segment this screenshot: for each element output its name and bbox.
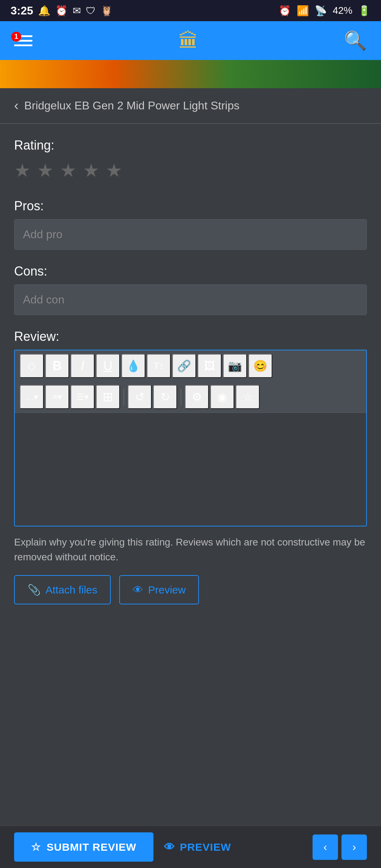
toolbar-sep-2 [181,388,181,405]
eraser-icon[interactable]: ◇ [20,354,44,378]
app-logo: 🏛 [179,29,198,52]
menu-button[interactable]: 1 [14,35,32,46]
star-5[interactable]: ★ [106,160,122,181]
table-button[interactable]: ⊞ [96,385,120,409]
notification-badge: 1 [11,32,21,42]
clock-icon: ⏰ [55,5,68,17]
status-time: 3:25 [11,4,33,17]
font-size-button[interactable]: T↕ [147,354,171,378]
review-text-area[interactable] [15,413,366,526]
footer-preview-label: PREVIEW [180,841,231,853]
link-button[interactable]: 🔗 [172,354,196,378]
source-button[interactable]: ◉ [210,385,234,409]
alarm-icon: ⏰ [279,5,291,17]
attach-label: Attach files [46,584,97,596]
review-helper-text: Explain why you're giving this rating. R… [14,526,367,575]
star-4[interactable]: ★ [83,160,99,181]
modem-icon: 🦉 [101,5,113,17]
pros-section: Pros: [14,199,367,264]
signal-icon: 📡 [315,5,327,17]
prev-page-button[interactable]: ‹ [313,834,338,860]
app-header: 1 🏛 🔍 [0,21,381,60]
pros-label: Pros: [14,199,367,213]
toolbar-row-2: …▾ ≡▾ ☰▾ ⊞ ↺ ↻ ⚙ ◉ ☆ [15,381,366,412]
footer-preview-icon: 👁 [164,841,175,853]
preview-icon: 👁 [133,584,143,596]
review-editor[interactable]: ◇ B I U 💧 T↕ 🔗 🖼 📷 😊 …▾ ≡▾ ☰▾ ⊞ [14,350,367,526]
rating-section: Rating: ★ ★ ★ ★ ★ [14,138,367,181]
color-button[interactable]: 💧 [121,354,145,378]
bookmark-button[interactable]: ☆ [236,385,260,409]
next-page-button[interactable]: › [341,834,367,860]
submit-review-button[interactable]: ☆ SUBMIT REVIEW [14,832,153,862]
back-button[interactable]: ‹ [14,98,19,113]
breadcrumb: ‹ Bridgelux EB Gen 2 Mid Power Light Str… [0,88,381,123]
submit-star-icon: ☆ [31,841,41,853]
list-button[interactable]: ☰▾ [71,385,95,409]
footer-preview-button[interactable]: 👁 PREVIEW [164,841,231,853]
action-buttons-row: 📎 Attach files 👁 Preview [14,575,367,604]
notification-icon: 🔔 [38,5,50,17]
footer-bar: ☆ SUBMIT REVIEW 👁 PREVIEW ‹ › [0,826,381,868]
cons-label: Cons: [14,264,367,279]
settings-button[interactable]: ⚙ [185,385,209,409]
align-button[interactable]: ≡▾ [45,385,69,409]
main-content: Rating: ★ ★ ★ ★ ★ Pros: Cons: Review: ◇ … [0,124,381,604]
status-left: 3:25 🔔 ⏰ ✉ 🛡 🦉 [11,4,113,17]
review-section: Review: ◇ B I U 💧 T↕ 🔗 🖼 📷 😊 [14,329,367,604]
rating-label: Rating: [14,138,367,153]
star-1[interactable]: ★ [14,160,31,181]
bold-button[interactable]: B [45,354,69,378]
breadcrumb-title: Bridgelux EB Gen 2 Mid Power Light Strip… [24,99,240,112]
editor-toolbar: ◇ B I U 💧 T↕ 🔗 🖼 📷 😊 …▾ ≡▾ ☰▾ ⊞ [15,350,366,413]
cons-input[interactable] [14,284,367,315]
shield-icon: 🛡 [86,5,96,17]
image-button[interactable]: 🖼 [198,354,222,378]
camera-button[interactable]: 📷 [223,354,247,378]
search-button[interactable]: 🔍 [344,30,367,52]
banner-image [0,60,381,88]
submit-label: SUBMIT REVIEW [47,841,137,853]
status-right: ⏰ 📶 📡 42% 🔋 [279,5,370,17]
menu-bar-3 [14,44,32,46]
status-bar: 3:25 🔔 ⏰ ✉ 🛡 🦉 ⏰ 📶 📡 42% 🔋 [0,0,381,21]
undo-button[interactable]: ↺ [128,385,152,409]
mail-icon: ✉ [73,5,81,17]
wifi-icon: 📶 [297,5,309,17]
attach-files-button[interactable]: 📎 Attach files [14,575,111,604]
review-label: Review: [14,329,367,344]
toolbar-row-1: ◇ B I U 💧 T↕ 🔗 🖼 📷 😊 [15,350,366,381]
more-button[interactable]: …▾ [20,385,44,409]
attach-icon: 📎 [28,584,41,596]
preview-button[interactable]: 👁 Preview [119,575,199,604]
underline-button[interactable]: U [96,354,120,378]
battery-text: 42% [333,5,352,16]
preview-label: Preview [148,584,186,596]
star-2[interactable]: ★ [37,160,54,181]
battery-icon: 🔋 [358,5,370,17]
pagination-buttons: ‹ › [313,834,367,860]
cons-section: Cons: [14,264,367,329]
redo-button[interactable]: ↻ [153,385,177,409]
italic-button[interactable]: I [71,354,95,378]
pros-input[interactable] [14,219,367,250]
toolbar-sep [123,388,124,405]
star-3[interactable]: ★ [60,160,77,181]
stars-row[interactable]: ★ ★ ★ ★ ★ [14,160,367,181]
emoji-button[interactable]: 😊 [248,354,272,378]
